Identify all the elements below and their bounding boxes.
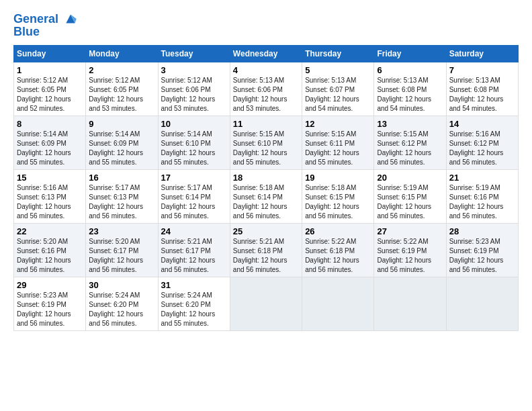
- day-info: Sunrise: 5:19 AMSunset: 6:15 PMDaylight:…: [377, 184, 431, 220]
- calendar-cell: 8 Sunrise: 5:14 AMSunset: 6:09 PMDayligh…: [14, 116, 86, 170]
- header-row: SundayMondayTuesdayWednesdayThursdayFrid…: [14, 46, 519, 62]
- day-info: Sunrise: 5:13 AMSunset: 6:06 PMDaylight:…: [233, 77, 287, 112]
- calendar-cell: 2 Sunrise: 5:12 AMSunset: 6:05 PMDayligh…: [86, 62, 158, 116]
- day-info: Sunrise: 5:20 AMSunset: 6:16 PMDaylight:…: [17, 238, 71, 273]
- col-header-friday: Friday: [374, 46, 446, 62]
- col-header-monday: Monday: [86, 46, 158, 62]
- calendar-cell: [302, 277, 374, 331]
- day-number: 12: [305, 119, 371, 129]
- day-info: Sunrise: 5:14 AMSunset: 6:10 PMDaylight:…: [161, 130, 216, 166]
- calendar-cell: [230, 277, 302, 331]
- calendar-cell: 4 Sunrise: 5:13 AMSunset: 6:06 PMDayligh…: [230, 62, 302, 116]
- day-number: 15: [17, 173, 83, 183]
- day-info: Sunrise: 5:14 AMSunset: 6:09 PMDaylight:…: [17, 130, 71, 166]
- day-number: 27: [377, 226, 443, 236]
- calendar-cell: 26 Sunrise: 5:22 AMSunset: 6:18 PMDaylig…: [302, 224, 374, 277]
- day-info: Sunrise: 5:24 AMSunset: 6:20 PMDaylight:…: [161, 291, 216, 327]
- day-info: Sunrise: 5:12 AMSunset: 6:06 PMDaylight:…: [161, 77, 216, 112]
- day-number: 20: [377, 173, 443, 183]
- day-number: 31: [161, 280, 227, 290]
- calendar-cell: [374, 277, 446, 331]
- day-info: Sunrise: 5:17 AMSunset: 6:14 PMDaylight:…: [161, 184, 216, 220]
- day-info: Sunrise: 5:18 AMSunset: 6:15 PMDaylight:…: [305, 184, 359, 220]
- page: General Blue SundayMondayTuesdayWednesda…: [0, 0, 532, 338]
- col-header-tuesday: Tuesday: [158, 46, 230, 62]
- calendar-cell: 14 Sunrise: 5:16 AMSunset: 6:12 PMDaylig…: [446, 116, 518, 170]
- logo-icon: [63, 11, 78, 26]
- day-number: 29: [17, 280, 83, 290]
- calendar-cell: 17 Sunrise: 5:17 AMSunset: 6:14 PMDaylig…: [158, 170, 230, 224]
- day-number: 5: [305, 65, 371, 75]
- col-header-wednesday: Wednesday: [230, 46, 302, 62]
- day-info: Sunrise: 5:13 AMSunset: 6:08 PMDaylight:…: [449, 77, 504, 112]
- calendar-cell: 3 Sunrise: 5:12 AMSunset: 6:06 PMDayligh…: [158, 62, 230, 116]
- calendar-cell: 23 Sunrise: 5:20 AMSunset: 6:17 PMDaylig…: [86, 224, 158, 277]
- calendar-week-3: 15 Sunrise: 5:16 AMSunset: 6:13 PMDaylig…: [14, 170, 519, 224]
- day-number: 28: [449, 226, 515, 236]
- day-number: 9: [89, 119, 154, 129]
- logo-blue: Blue: [13, 25, 78, 39]
- calendar-cell: [446, 277, 518, 331]
- calendar-week-1: 1 Sunrise: 5:12 AMSunset: 6:05 PMDayligh…: [14, 62, 519, 116]
- calendar-cell: 19 Sunrise: 5:18 AMSunset: 6:15 PMDaylig…: [302, 170, 374, 224]
- header: General Blue: [13, 12, 519, 38]
- col-header-sunday: Sunday: [14, 46, 86, 62]
- day-number: 24: [161, 226, 227, 236]
- day-info: Sunrise: 5:15 AMSunset: 6:10 PMDaylight:…: [233, 130, 287, 166]
- calendar-cell: 25 Sunrise: 5:21 AMSunset: 6:18 PMDaylig…: [230, 224, 302, 277]
- calendar-cell: 21 Sunrise: 5:19 AMSunset: 6:16 PMDaylig…: [446, 170, 518, 224]
- day-info: Sunrise: 5:21 AMSunset: 6:18 PMDaylight:…: [233, 238, 287, 273]
- calendar-cell: 1 Sunrise: 5:12 AMSunset: 6:05 PMDayligh…: [14, 62, 86, 116]
- day-info: Sunrise: 5:13 AMSunset: 6:07 PMDaylight:…: [305, 77, 359, 112]
- day-number: 25: [233, 226, 299, 236]
- calendar-week-2: 8 Sunrise: 5:14 AMSunset: 6:09 PMDayligh…: [14, 116, 519, 170]
- day-number: 13: [377, 119, 443, 129]
- day-info: Sunrise: 5:13 AMSunset: 6:08 PMDaylight:…: [377, 77, 431, 112]
- day-number: 10: [161, 119, 227, 129]
- day-info: Sunrise: 5:21 AMSunset: 6:17 PMDaylight:…: [161, 238, 216, 273]
- calendar-week-5: 29 Sunrise: 5:23 AMSunset: 6:19 PMDaylig…: [14, 277, 519, 331]
- calendar-cell: 12 Sunrise: 5:15 AMSunset: 6:11 PMDaylig…: [302, 116, 374, 170]
- day-info: Sunrise: 5:15 AMSunset: 6:11 PMDaylight:…: [305, 130, 359, 166]
- calendar-cell: 27 Sunrise: 5:22 AMSunset: 6:19 PMDaylig…: [374, 224, 446, 277]
- day-info: Sunrise: 5:23 AMSunset: 6:19 PMDaylight:…: [449, 238, 504, 273]
- calendar-cell: 13 Sunrise: 5:15 AMSunset: 6:12 PMDaylig…: [374, 116, 446, 170]
- calendar-cell: 29 Sunrise: 5:23 AMSunset: 6:19 PMDaylig…: [14, 277, 86, 331]
- day-number: 3: [161, 65, 227, 75]
- day-number: 26: [305, 226, 371, 236]
- day-info: Sunrise: 5:12 AMSunset: 6:05 PMDaylight:…: [17, 77, 71, 112]
- day-number: 30: [89, 280, 154, 290]
- day-info: Sunrise: 5:12 AMSunset: 6:05 PMDaylight:…: [89, 77, 143, 112]
- day-number: 4: [233, 65, 299, 75]
- day-info: Sunrise: 5:24 AMSunset: 6:20 PMDaylight:…: [89, 291, 143, 327]
- day-number: 1: [17, 65, 83, 75]
- calendar-cell: 24 Sunrise: 5:21 AMSunset: 6:17 PMDaylig…: [158, 224, 230, 277]
- day-info: Sunrise: 5:18 AMSunset: 6:14 PMDaylight:…: [233, 184, 287, 220]
- logo: General Blue: [13, 12, 78, 38]
- day-number: 19: [305, 173, 371, 183]
- calendar-cell: 31 Sunrise: 5:24 AMSunset: 6:20 PMDaylig…: [158, 277, 230, 331]
- day-info: Sunrise: 5:17 AMSunset: 6:13 PMDaylight:…: [89, 184, 143, 220]
- day-number: 7: [449, 65, 515, 75]
- day-info: Sunrise: 5:20 AMSunset: 6:17 PMDaylight:…: [89, 238, 143, 273]
- day-number: 22: [17, 226, 83, 236]
- calendar-cell: 5 Sunrise: 5:13 AMSunset: 6:07 PMDayligh…: [302, 62, 374, 116]
- calendar-cell: 22 Sunrise: 5:20 AMSunset: 6:16 PMDaylig…: [14, 224, 86, 277]
- day-number: 23: [89, 226, 154, 236]
- calendar-cell: 9 Sunrise: 5:14 AMSunset: 6:09 PMDayligh…: [86, 116, 158, 170]
- calendar-cell: 7 Sunrise: 5:13 AMSunset: 6:08 PMDayligh…: [446, 62, 518, 116]
- col-header-thursday: Thursday: [302, 46, 374, 62]
- calendar-cell: 15 Sunrise: 5:16 AMSunset: 6:13 PMDaylig…: [14, 170, 86, 224]
- logo-text: General: [13, 12, 78, 26]
- day-number: 6: [377, 65, 443, 75]
- calendar-cell: 16 Sunrise: 5:17 AMSunset: 6:13 PMDaylig…: [86, 170, 158, 224]
- calendar-week-4: 22 Sunrise: 5:20 AMSunset: 6:16 PMDaylig…: [14, 224, 519, 277]
- day-info: Sunrise: 5:15 AMSunset: 6:12 PMDaylight:…: [377, 130, 431, 166]
- day-number: 2: [89, 65, 154, 75]
- day-number: 21: [449, 173, 515, 183]
- col-header-saturday: Saturday: [446, 46, 518, 62]
- day-info: Sunrise: 5:22 AMSunset: 6:18 PMDaylight:…: [305, 238, 359, 273]
- calendar-table: SundayMondayTuesdayWednesdayThursdayFrid…: [13, 45, 519, 331]
- day-number: 17: [161, 173, 227, 183]
- calendar-cell: 28 Sunrise: 5:23 AMSunset: 6:19 PMDaylig…: [446, 224, 518, 277]
